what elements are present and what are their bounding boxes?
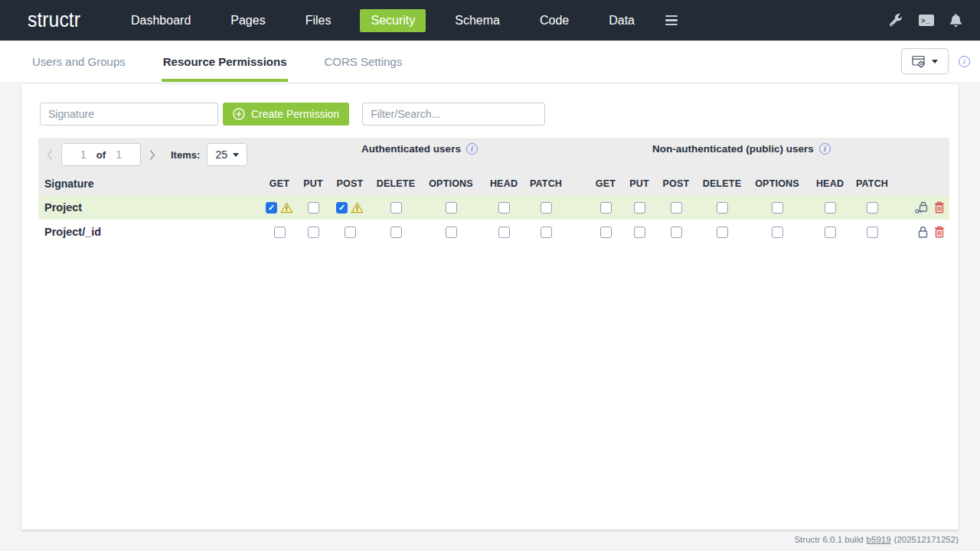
create-permission-toolbar: Create Permission [40,103,545,126]
page-size-select[interactable]: 25 [207,143,247,166]
permissions-table: 1 of 1 Items: 25 Authenticated users Non… [38,138,949,244]
nav-item-data[interactable]: Data [598,9,645,32]
nav-item-security[interactable]: Security [360,9,426,32]
public-put-cell [623,227,655,238]
public-post-cell [655,227,697,238]
column-header-public-post: POST [655,178,697,189]
current-page[interactable]: 1 [80,148,87,161]
table-body: ProjectProject/_id [38,195,949,244]
lock-icon[interactable] [917,226,929,239]
public-delete-checkbox[interactable] [717,202,728,214]
chevron-down-icon [233,153,239,157]
tab-cors-settings[interactable]: CORS Settings [322,41,403,82]
table-row: Project/_id [38,220,949,244]
auth-put-cell [297,202,329,214]
column-header-auth-patch: PATCH [527,178,565,189]
public-post-checkbox[interactable] [671,202,682,214]
nav-item-pages[interactable]: Pages [220,9,276,32]
wrench-icon[interactable] [890,14,903,27]
row-signature: Project [38,201,262,214]
auth-patch-checkbox[interactable] [541,227,552,238]
security-tab-bar: Users and Groups Resource Permissions CO… [0,41,980,82]
public-post-cell [655,202,697,214]
auth-head-checkbox[interactable] [498,227,510,238]
auth-get-checkbox[interactable] [266,202,277,214]
page-number-box[interactable]: 1 of 1 [61,143,141,166]
auth-delete-checkbox[interactable] [390,202,402,214]
public-patch-checkbox[interactable] [867,227,878,238]
create-permission-label: Create Permission [251,108,339,120]
resource-permissions-panel: Create Permission 1 of 1 Items: 25 [21,84,959,530]
public-options-checkbox[interactable] [772,227,783,238]
tab-resource-permissions[interactable]: Resource Permissions [162,41,289,82]
next-page-button[interactable] [147,147,158,163]
terminal-icon[interactable] [919,15,934,26]
auth-head-checkbox[interactable] [498,202,510,214]
public-put-checkbox[interactable] [634,202,645,214]
auth-get-cell [262,202,297,214]
row-signature: Project/_id [38,226,262,238]
info-icon[interactable] [819,143,831,155]
auth-post-checkbox[interactable] [345,227,356,238]
public-get-checkbox[interactable] [600,227,612,238]
public-patch-checkbox[interactable] [867,202,878,214]
auth-put-checkbox[interactable] [308,202,319,214]
bell-icon[interactable] [950,14,962,27]
lock-key-icon[interactable] [915,201,929,214]
top-navigation: structr Dashboard Pages Files Security S… [0,0,980,41]
public-get-cell [588,227,623,238]
info-icon[interactable] [466,143,478,155]
page-size-value: 25 [216,148,228,161]
public-head-cell [807,227,853,238]
footer-prefix: Structr 6.0.1 build [794,535,863,544]
hamburger-icon[interactable] [665,15,678,26]
public-delete-checkbox[interactable] [717,227,728,238]
trash-icon[interactable] [934,226,945,238]
auth-get-checkbox[interactable] [274,227,286,238]
public-users-group-header: Non-authenticated (public) users [586,143,897,155]
create-permission-button[interactable]: Create Permission [223,103,349,126]
column-header-auth-options: OPTIONS [421,178,481,189]
auth-put-cell [297,227,329,238]
column-header-public-get: GET [588,178,623,189]
public-head-checkbox[interactable] [825,227,836,238]
auth-patch-checkbox[interactable] [541,202,552,214]
auth-options-cell [421,202,481,214]
nav-item-dashboard[interactable]: Dashboard [120,9,201,32]
auth-put-checkbox[interactable] [308,227,319,238]
auth-options-checkbox[interactable] [446,202,457,214]
nav-item-code[interactable]: Code [529,9,580,32]
public-put-checkbox[interactable] [634,227,645,238]
chevron-right-icon [149,148,156,161]
public-post-checkbox[interactable] [671,227,682,238]
column-header-public-put: PUT [623,178,655,189]
public-options-checkbox[interactable] [772,202,783,214]
auth-patch-cell [527,227,565,238]
tab-users-and-groups[interactable]: Users and Groups [31,41,127,82]
auth-post-checkbox[interactable] [336,202,348,214]
previous-page-button[interactable] [44,147,55,163]
view-config-button[interactable] [901,48,949,74]
nav-item-schema[interactable]: Schema [444,9,511,32]
filter-search-input[interactable] [362,103,545,126]
public-get-cell [588,202,623,214]
signature-input[interactable] [40,103,218,126]
auth-delete-checkbox[interactable] [390,227,402,238]
public-head-checkbox[interactable] [825,202,836,214]
info-icon[interactable] [959,56,970,67]
signature-column-header: Signature [38,178,262,190]
table-row: Project [38,195,949,220]
build-link[interactable]: b5919 [867,535,891,544]
public-options-cell [747,227,807,238]
trash-icon[interactable] [934,201,945,214]
column-header-public-patch: PATCH [853,178,891,189]
of-label: of [96,149,106,161]
auth-options-checkbox[interactable] [446,227,457,238]
footer-suffix: (202512171252) [894,535,959,544]
auth-post-cell [329,202,371,214]
public-get-checkbox[interactable] [600,202,612,214]
row-actions [891,201,949,214]
nav-item-files[interactable]: Files [295,9,342,32]
column-header-public-delete: DELETE [697,178,747,189]
chevron-left-icon [46,148,54,161]
